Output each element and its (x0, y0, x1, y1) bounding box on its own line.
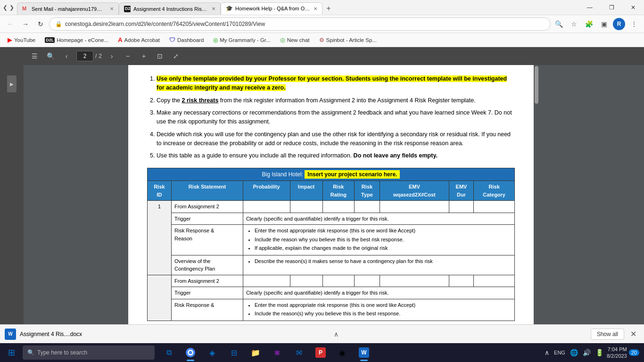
taskbar-task-view[interactable]: ⧉ (158, 343, 179, 362)
scrollbar[interactable] (534, 47, 539, 343)
refresh-button[interactable]: ↻ (34, 17, 47, 31)
bookmark-spinbot[interactable]: ⚙ Spinbot - Article Sp... (315, 36, 380, 44)
risk-table: Big Island Hotel: Insert your project sc… (147, 168, 515, 321)
bookmark-dashboard[interactable]: 🛡 Dashboard (165, 35, 207, 44)
list-item: If applicable, explain the changes made … (255, 244, 512, 252)
taskbar-store[interactable]: ⊟ (223, 343, 244, 362)
taskbar-word[interactable]: W (354, 343, 374, 362)
tab-d2l-close[interactable]: ✕ (212, 6, 215, 11)
pdf-search[interactable]: 🔍 (44, 50, 57, 62)
tab-gmail[interactable]: M Sent Mail - mahajanrenu179@g... ✕ (17, 2, 119, 15)
row-1-trigger-label: Trigger (172, 213, 243, 225)
active-indicator (187, 360, 194, 361)
favorite-icon-btn[interactable]: ☆ (568, 18, 580, 30)
download-close-button[interactable]: ✕ (628, 329, 639, 340)
close-button[interactable]: ✕ (622, 0, 644, 15)
col-risk-category: RiskCategory (474, 181, 515, 201)
tab-hw[interactable]: 🎓 Homework Help - Q&A from On... ✕ (221, 2, 322, 15)
row-2-prob (243, 275, 290, 287)
taskbar-edge[interactable]: ◈ (202, 343, 223, 362)
bookmark-acrobat[interactable]: A Adobe Acrobat (114, 35, 164, 44)
pdf-prev-page[interactable]: ‹ (60, 50, 73, 62)
bookmark-youtube-label: YouTube (14, 37, 35, 43)
tray-lang[interactable]: ENG (553, 349, 567, 356)
pdf-content: Use only the template provided by your P… (128, 65, 534, 343)
row-2-trigger-content: Clearly (specific and quantifiable) iden… (243, 287, 514, 299)
table-row: Trigger Clearly (specific and quantifiab… (148, 287, 515, 299)
pdf-zoom-out[interactable]: − (122, 50, 134, 62)
bookmark-spinbot-label: Spinbot - Article Sp... (326, 37, 377, 43)
tab-d2l[interactable]: D2L Assignment 4 Instructions Risk R... … (119, 2, 221, 15)
start-button[interactable]: ⊞ (0, 343, 23, 362)
tray-notifications[interactable]: 20 (629, 349, 639, 356)
row-1-category (474, 201, 515, 213)
maximize-button[interactable]: ❐ (601, 0, 622, 15)
col-impact: Impact (290, 181, 322, 201)
scrollbar-thumb[interactable] (535, 66, 538, 104)
tray-battery[interactable]: 🔋 (594, 348, 605, 357)
store-icon: ⊟ (229, 347, 239, 358)
hotel-label: Big Island Hotel: (262, 171, 303, 178)
pdf-toggle-panel[interactable]: ☰ (28, 50, 41, 62)
minimize-button[interactable]: — (579, 0, 601, 15)
forward-button[interactable]: → (19, 17, 32, 31)
tray-network[interactable]: 🌐 (569, 348, 579, 357)
row-1-response-label: Risk Response &Reason (172, 225, 243, 255)
tab-gmail-label: Sent Mail - mahajanrenu179@g... (32, 6, 107, 12)
bookmark-new-chat[interactable]: ◎ New chat (276, 35, 314, 44)
profile-btn[interactable]: R (613, 18, 625, 30)
row-1-prob (243, 201, 290, 213)
tab-hw-close[interactable]: ✕ (314, 6, 317, 11)
row-2-emv-dur (449, 275, 474, 287)
tray-chevron[interactable]: ∧ (543, 348, 551, 357)
bookmark-grammarly-label: My Grammarly - Gr... (220, 37, 270, 43)
address-bar[interactable]: 🔒 conestoga.desire2learn.com/d2l/le/cont… (49, 17, 551, 31)
search-icon-btn[interactable]: 🔍 (553, 18, 565, 30)
row-1-contingency-bullets: Describe the reason(s) it makes sense to… (246, 257, 512, 265)
taskbar-explorer[interactable]: 📁 (245, 343, 266, 362)
bookmark-grammarly[interactable]: ◎ My Grammarly - Gr... (209, 36, 274, 44)
tab-gmail-close[interactable]: ✕ (110, 6, 114, 11)
row-1-trigger-content: Clearly (specific and quantifiable) iden… (243, 213, 514, 225)
youtube-icon: ▶ (8, 36, 12, 43)
titlebar: ❮❯ M Sent Mail - mahajanrenu179@g... ✕ D… (0, 0, 644, 15)
pdf-fit[interactable]: ⊡ (154, 50, 166, 62)
pdf-next-page[interactable]: › (106, 50, 118, 62)
row-1-from-assign: From Assignment 2 (172, 201, 243, 213)
pdf-zoom-in[interactable]: + (138, 50, 150, 62)
tab-scroll-chevrons[interactable]: ❮❯ (0, 4, 17, 11)
instruction-2: Copy the 2 risk threats from the risk re… (157, 96, 515, 105)
instructions-list: Use only the template provided by your P… (147, 74, 515, 160)
new-tab-button[interactable]: + (322, 2, 335, 15)
taskbar-chrome[interactable] (180, 343, 201, 362)
bookmark-youtube[interactable]: ▶ YouTube (4, 35, 39, 44)
grammarly-icon: ◎ (213, 37, 218, 43)
taskbar-chrome2[interactable]: ◉ (332, 343, 353, 362)
tray-clock[interactable]: 7:04 PM 8/2/2023 (607, 346, 627, 360)
file-type-abbr: W (8, 331, 12, 337)
taskbar-mail[interactable]: ✉ (289, 343, 309, 362)
row-2-category (474, 275, 515, 287)
taskbar-app1[interactable]: ◙ (267, 343, 288, 362)
menu-btn[interactable]: ⋮ (628, 18, 640, 30)
download-bar: W Assignment 4 Ris....docx ∧ Show all ✕ (0, 324, 644, 343)
instruction-1: Use only the template provided by your P… (157, 74, 515, 92)
tray-date-value: 8/2/2023 (607, 353, 627, 359)
extensions-icon-btn[interactable]: 🧩 (583, 18, 595, 30)
download-file-icon: W (5, 329, 16, 340)
panel-toggle-btn[interactable]: ▶ (7, 75, 17, 92)
back-button[interactable]: ← (4, 17, 17, 31)
bookmark-d2l[interactable]: D2L Homepage - eCone... (41, 36, 112, 44)
row-1-rating (322, 201, 354, 213)
taskbar-search[interactable]: 🔍 Type here to search (23, 346, 155, 360)
pdf-page-input[interactable] (76, 51, 93, 61)
taskbar-powerpoint[interactable]: P (310, 343, 331, 362)
acrobat-icon: A (118, 36, 122, 43)
download-chevron[interactable]: ∧ (332, 329, 340, 340)
split-screen-btn[interactable]: ▣ (598, 18, 610, 30)
show-all-button[interactable]: Show all (591, 329, 624, 340)
table-row: Trigger Clearly (specific and quantifiab… (148, 213, 515, 225)
windows-icon: ⊞ (8, 347, 15, 358)
tray-speaker[interactable]: 🔊 (581, 348, 592, 357)
pdf-expand[interactable]: ⤢ (170, 50, 182, 62)
